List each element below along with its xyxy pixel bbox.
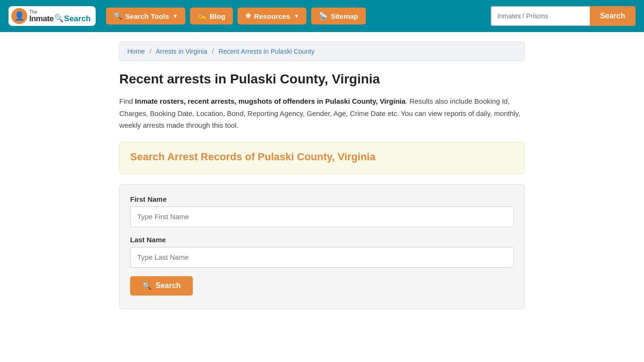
breadcrumb-home-link[interactable]: Home [127, 48, 145, 55]
last-name-group: Last Name [130, 236, 514, 268]
first-name-input[interactable] [130, 206, 514, 227]
form-area: First Name Last Name 🔍 Search [119, 184, 525, 309]
last-name-input[interactable] [130, 247, 514, 268]
logo-magnifier-icon: 🔍 [54, 15, 64, 22]
logo-text: The Inmate 🔍 Search [29, 10, 91, 23]
search-section: Search Arrest Records of Pulaski County,… [119, 142, 525, 174]
logo-the-label: The [29, 10, 91, 15]
search-tools-label: Search Tools [125, 12, 169, 20]
page-title: Recent arrests in Pulaski County, Virgin… [119, 72, 525, 87]
search-form-button-label: Search [156, 281, 181, 290]
header-search-button-label: Search [600, 12, 625, 20]
description-bold: Inmate rosters, recent arrests, mugshots… [135, 97, 405, 105]
search-tools-button[interactable]: 🔍 Search Tools ▼ [106, 8, 186, 25]
breadcrumb-separator-1: / [149, 48, 151, 55]
last-name-label: Last Name [130, 236, 514, 244]
breadcrumb-separator-2: / [212, 48, 214, 55]
resources-label: Resources [254, 12, 290, 20]
blog-button[interactable]: ✍ Blog [190, 8, 232, 25]
page-description: Find Inmate rosters, recent arrests, mug… [119, 95, 525, 132]
logo-box: 👤 The Inmate 🔍 Search [8, 6, 96, 26]
logo-link[interactable]: 👤 The Inmate 🔍 Search [8, 6, 96, 26]
sitemap-icon: 📡 [319, 12, 328, 20]
site-header: 👤 The Inmate 🔍 Search 🔍 Search Tools ▼ ✍… [0, 0, 644, 32]
logo-inmate-label: Inmate [29, 15, 54, 23]
breadcrumb: Home / Arrests in Virginia / Recent Arre… [119, 41, 525, 61]
first-name-label: First Name [130, 195, 514, 203]
resources-icon: ❊ [245, 12, 251, 20]
logo-person-icon: 👤 [11, 8, 27, 24]
description-intro: Find [119, 97, 135, 105]
logo-search-label: Search [64, 15, 91, 23]
search-tools-arrow-icon: ▼ [173, 13, 178, 19]
header-search-input[interactable] [491, 6, 590, 26]
breadcrumb-current-link[interactable]: Recent Arrests in Pulaski County [218, 48, 314, 55]
main-content: Home / Arrests in Virginia / Recent Arre… [110, 32, 534, 328]
sitemap-button[interactable]: 📡 Sitemap [311, 8, 365, 25]
header-search-button[interactable]: Search [590, 6, 636, 26]
search-form-button[interactable]: 🔍 Search [130, 276, 193, 296]
blog-label: Blog [209, 12, 225, 20]
search-tools-icon: 🔍 [114, 12, 123, 20]
resources-button[interactable]: ❊ Resources ▼ [238, 8, 307, 25]
search-form-button-icon: 🔍 [142, 281, 152, 290]
breadcrumb-arrests-virginia-link[interactable]: Arrests in Virginia [156, 48, 207, 55]
header-search-area: Search [491, 6, 636, 26]
resources-arrow-icon: ▼ [294, 13, 299, 19]
sitemap-label: Sitemap [330, 12, 358, 20]
search-section-title: Search Arrest Records of Pulaski County,… [130, 151, 514, 163]
blog-icon: ✍ [198, 12, 206, 20]
first-name-group: First Name [130, 195, 514, 227]
person-icon: 👤 [14, 11, 25, 21]
